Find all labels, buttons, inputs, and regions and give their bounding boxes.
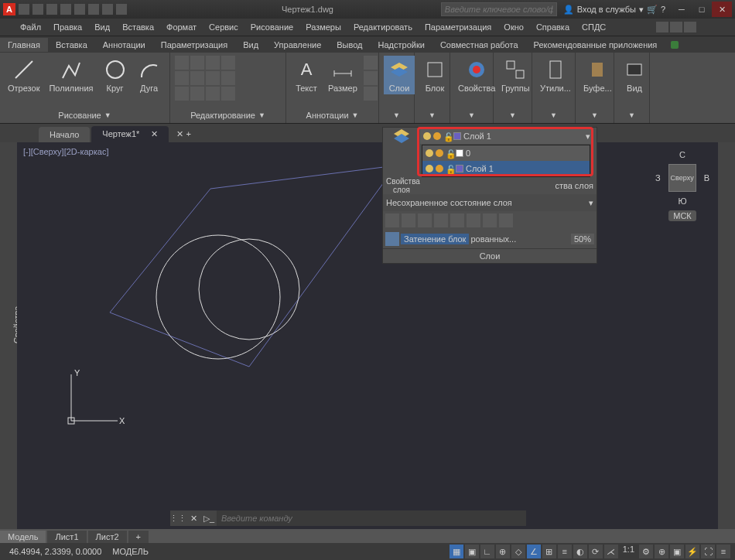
array-icon[interactable] (206, 87, 220, 101)
login-link[interactable]: Вход в службы (577, 5, 636, 14)
tab-parametric[interactable]: Параметризация (153, 38, 235, 52)
layer-freeze-icon[interactable] (402, 213, 415, 227)
navigation-cube[interactable]: С З Сверху В Ю МСК (651, 150, 713, 243)
wcs-label[interactable]: МСК (668, 210, 696, 221)
layer-unisolate-icon[interactable] (450, 213, 464, 227)
menu-help[interactable]: Справка (532, 21, 574, 33)
chevron-down-icon[interactable]: ▼ (468, 111, 475, 119)
user-icon[interactable]: 👤 (563, 5, 574, 15)
bulb-icon[interactable] (426, 149, 433, 157)
qat-saveas-icon[interactable] (60, 4, 71, 15)
polar-toggle[interactable]: ⊕ (496, 545, 510, 558)
isolate-icon[interactable]: ▣ (670, 545, 684, 558)
chevron-down-icon[interactable]: ▼ (429, 111, 436, 119)
menu-edit[interactable]: Правка (49, 21, 87, 33)
chamfer-icon[interactable] (221, 71, 235, 85)
lock-icon[interactable]: 🔓 (446, 149, 453, 157)
block-button[interactable]: Блок (419, 56, 450, 94)
sun-icon[interactable] (433, 132, 441, 140)
color-swatch[interactable] (456, 149, 463, 157)
stretch-icon[interactable] (175, 87, 189, 101)
bulb-icon[interactable] (423, 132, 431, 140)
chevron-down-icon[interactable]: ▼ (104, 111, 111, 119)
qat-undo-icon[interactable] (88, 4, 99, 15)
menu-parametric[interactable]: Параметризация (420, 21, 496, 33)
lock-icon[interactable]: 🔓 (443, 132, 451, 140)
clipboard-button[interactable]: Буфе... (580, 56, 615, 94)
rotate-icon[interactable] (190, 56, 204, 70)
tab-add-layout[interactable]: + (128, 531, 149, 543)
menu-draw[interactable]: Рисование (246, 21, 298, 33)
tab-annotate[interactable]: Аннотации (95, 38, 153, 52)
chevron-down-icon[interactable]: ▾ (589, 198, 593, 208)
menu-format[interactable]: Формат (162, 21, 201, 33)
chevron-down-icon[interactable]: ▼ (550, 111, 557, 119)
new-tab-button[interactable]: ✕ + (170, 126, 197, 142)
tab-layout1[interactable]: Лист1 (47, 531, 86, 543)
qat-plot-icon[interactable] (74, 4, 85, 15)
view-button[interactable]: Вид (619, 56, 650, 94)
leader-icon[interactable] (364, 71, 378, 85)
command-input[interactable] (217, 510, 526, 526)
menu-insert[interactable]: Вставка (118, 21, 159, 33)
ortho-toggle[interactable]: ∟ (480, 545, 494, 558)
qat-share-icon[interactable] (116, 4, 127, 15)
sun-icon[interactable] (436, 165, 443, 172)
table-icon[interactable] (364, 56, 378, 70)
menu-file[interactable]: Файл (15, 21, 46, 33)
copy-icon[interactable] (175, 71, 189, 85)
dyn-toggle[interactable]: ⊞ (542, 545, 556, 558)
chevron-down-icon[interactable]: ▾ (639, 5, 644, 15)
hardware-accel-icon[interactable]: ⚡ (685, 545, 699, 558)
qat-save-icon[interactable] (46, 4, 57, 15)
layer-off-icon[interactable] (385, 213, 399, 227)
offset-icon[interactable] (221, 87, 235, 101)
unsaved-state-label[interactable]: Несохраненное состояние слоя (386, 198, 586, 207)
tab-insert[interactable]: Вставка (48, 38, 95, 52)
chevron-down-icon[interactable]: ▼ (393, 111, 400, 119)
lwt-toggle[interactable]: ≡ (558, 545, 572, 558)
menu-modify[interactable]: Редактировать (349, 21, 417, 33)
layer-item-0[interactable]: 🔓 0 (422, 145, 590, 161)
layer-lock-icon[interactable] (418, 213, 432, 227)
lock-icon[interactable]: 🔓 (446, 165, 453, 172)
layer-on-icon[interactable] (483, 213, 497, 227)
groups-button[interactable]: Группы (498, 56, 533, 94)
layer-match-icon[interactable] (499, 213, 513, 227)
menu-window[interactable]: Окно (499, 21, 528, 33)
block-shade-icon[interactable] (385, 232, 399, 246)
layer-thaw-icon[interactable] (467, 213, 480, 227)
panel-anno-title[interactable]: Аннотации (306, 111, 349, 120)
cmdline-close-icon[interactable]: ✕ (186, 510, 201, 526)
text-button[interactable]: AТекст (291, 56, 322, 94)
line-button[interactable]: Отрезок (5, 56, 43, 94)
cycling-toggle[interactable]: ⟳ (589, 545, 603, 558)
tab-close-icon[interactable]: ✕ (151, 129, 158, 138)
extend-icon[interactable] (221, 56, 235, 70)
customize-icon[interactable]: ≡ (716, 545, 730, 558)
properties-button[interactable]: Свойства (455, 56, 498, 94)
trim-icon[interactable] (206, 56, 220, 70)
menu-view[interactable]: Вид (90, 21, 115, 33)
tab-collab[interactable]: Совместная работа (432, 38, 526, 52)
otrack-toggle[interactable]: ∠ (527, 545, 541, 558)
app-logo[interactable]: A (3, 3, 15, 15)
grid-toggle[interactable]: ▦ (450, 545, 463, 558)
current-layer-combo[interactable]: 🔓 Слой 1 ▾ (420, 128, 593, 144)
menu-dimension[interactable]: Размеры (301, 21, 346, 33)
layers-dropdown-button[interactable]: Слои (384, 56, 415, 94)
opacity-value[interactable]: 50% (571, 234, 594, 244)
tab-featured[interactable]: Рекомендованные приложения (526, 38, 665, 52)
scale-label[interactable]: 1:1 (620, 545, 638, 558)
viewcube-face[interactable]: Сверху (668, 164, 696, 192)
doc-min-icon[interactable] (656, 22, 668, 32)
viewport[interactable]: [-][Сверху][2D-каркас] Y X (17, 142, 718, 507)
tab-drawing[interactable]: Чертеж1* ✕ (91, 126, 169, 142)
model-space-label[interactable]: МОДЕЛЬ (112, 547, 149, 556)
fillet-icon[interactable] (206, 71, 220, 85)
utilities-button[interactable]: Утили... (537, 56, 574, 94)
help-icon[interactable]: ? (661, 5, 665, 14)
panel-modify-title[interactable]: Редактирование (190, 111, 255, 120)
tab-model[interactable]: Модель (0, 531, 46, 543)
properties-palette-collapsed[interactable]: Свойства (0, 142, 17, 529)
